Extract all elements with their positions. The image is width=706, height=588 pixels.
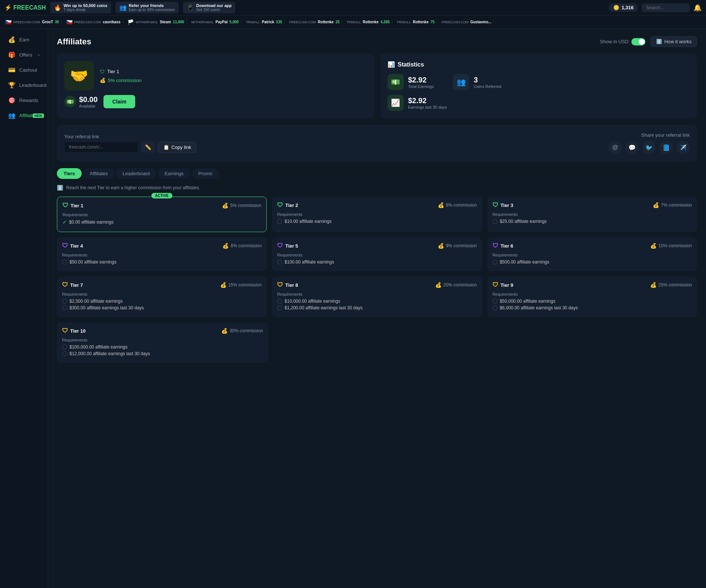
logo: ⚡ FREECASH xyxy=(4,4,46,11)
last30-row: 📈 $2.92 Earnings last 30 days xyxy=(388,95,690,111)
layout: 💰 Earn 🎁 Offers › 💳 Cashout 🏆 Leaderboar… xyxy=(0,29,706,588)
earn-icon: 💰 xyxy=(8,36,16,43)
stats-grid: 💵 $2.92 Total Earnings 👥 3 xyxy=(388,74,690,111)
share-twitter-button[interactable]: 🐦 xyxy=(642,141,656,154)
req-circle-icon xyxy=(62,299,67,304)
tier-card-7: 🛡 Tier 7 💰 15% commission Requirements $… xyxy=(57,276,267,317)
activity-item: FREECASH.COM Gustavmo... xyxy=(439,19,494,25)
tab-affiliates[interactable]: Affiliates xyxy=(83,168,115,179)
tier6-commission-icon: 💰 xyxy=(650,243,656,249)
tier2-badge-icon: 🛡 xyxy=(277,202,283,208)
amount-icon: 💵 xyxy=(64,96,76,108)
req-circle-icon xyxy=(277,259,282,265)
tier-card-2: 🛡 Tier 2 💰 6% commission Requirements $1… xyxy=(272,197,482,232)
tier2-commission-icon: 💰 xyxy=(438,202,444,208)
sidebar-item-rewards[interactable]: 🎯 Rewards xyxy=(2,93,45,108)
share-email-button[interactable]: @ xyxy=(608,141,622,154)
sidebar-item-cashout[interactable]: 💳 Cashout xyxy=(2,63,45,77)
tier1-commission-icon: 💰 xyxy=(222,203,228,208)
affiliate-graphic: 🤝 xyxy=(64,61,94,91)
edit-link-button[interactable]: ✏️ xyxy=(141,142,155,153)
tier-10-container: 🛡 Tier 10 💰 30% commission Requirements … xyxy=(57,322,268,363)
tier-card-6: 🛡 Tier 6 💰 10% commission Requirements $… xyxy=(487,237,697,271)
tab-tiers[interactable]: Tiers xyxy=(57,168,82,179)
affiliate-overview-card: 🤝 🛡 Tier 1 💰 5% commission xyxy=(57,54,374,118)
req-circle-icon xyxy=(277,305,282,310)
tier1-shield-icon: 🛡 xyxy=(100,69,105,75)
affiliate-bottom: 💵 $0.00 Available Claim xyxy=(64,95,367,108)
share-telegram-button[interactable]: ✈️ xyxy=(676,141,690,154)
promo-app[interactable]: 📱 Download our app Get 150 coins! xyxy=(183,2,235,13)
referral-link-input[interactable] xyxy=(64,142,138,153)
req-circle-icon xyxy=(62,344,67,350)
new-badge: NEW xyxy=(33,113,44,118)
claim-button[interactable]: Claim xyxy=(103,95,135,108)
wallet-icon: 💵 xyxy=(391,78,400,86)
referral-link-row: ✏️ 📋 Copy link xyxy=(64,142,197,153)
tier5-commission-icon: 💰 xyxy=(438,243,444,249)
copy-link-button[interactable]: 📋 Copy link xyxy=(158,142,197,153)
tier4-badge-icon: 🛡 xyxy=(62,242,68,249)
tiers-info-row: ℹ️ Reach the next Tier to earn a higher … xyxy=(57,185,697,191)
req-circle-icon xyxy=(492,219,498,224)
topbar-right: 🪙 1,316 🔔 xyxy=(609,3,702,12)
share-facebook-button[interactable]: 📘 xyxy=(659,141,673,154)
leaderboard-icon: 🏆 xyxy=(8,82,16,89)
tier7-commission-icon: 💰 xyxy=(220,282,226,288)
tier-card-8: 🛡 Tier 8 💰 20% commission Requirements $… xyxy=(272,276,482,317)
tier-card-5: 🛡 Tier 5 💰 9% commission Requirements $1… xyxy=(272,237,482,271)
promo-streak[interactable]: 🔥 Win up to 50,000 coins 7 days streak xyxy=(50,2,111,13)
tier10-badge-icon: 🛡 xyxy=(62,327,68,334)
statistics-card: 📊 Statistics 💵 $2.92 Total Earnings xyxy=(380,54,698,118)
tier7-badge-icon: 🛡 xyxy=(62,282,68,288)
tab-earnings[interactable]: Earnings xyxy=(158,168,190,179)
users-icon-box: 👥 xyxy=(453,74,469,90)
rewards-icon: 🎯 xyxy=(8,97,16,104)
total-earnings-row: 💵 $2.92 Total Earnings 👥 3 xyxy=(388,74,690,90)
last30-icon-box: 📈 xyxy=(388,95,404,111)
search-input[interactable] xyxy=(642,3,690,12)
tab-promo[interactable]: Promo xyxy=(192,168,219,179)
tiers-grid: ACTIVE 🛡 Tier 1 💰 5% commission Requirem… xyxy=(57,197,697,317)
promo-refer[interactable]: 👥 Refer your friends Earn up to 30% comm… xyxy=(116,2,179,13)
bell-icon[interactable]: 🔔 xyxy=(693,4,702,12)
sidebar-item-affiliates[interactable]: 👥 Affiliates NEW xyxy=(2,108,45,123)
share-icons: @ 💬 🐦 📘 ✈️ xyxy=(608,141,690,154)
share-whatsapp-button[interactable]: 💬 xyxy=(625,141,639,154)
tab-leaderboard[interactable]: Leaderboard xyxy=(116,168,157,179)
page-header: Affiliates Show in USD ℹ️ How it works xyxy=(57,36,697,47)
sidebar-item-leaderboard[interactable]: 🏆 Leaderboard xyxy=(2,78,45,92)
activity-item: TRIWALL Patrick 235 xyxy=(243,19,285,25)
tier-card-9: 🛡 Tier 9 💰 25% commission Requirements $… xyxy=(487,276,697,317)
req-circle-icon xyxy=(62,305,67,310)
tier6-badge-icon: 🛡 xyxy=(492,242,498,249)
chart-icon: 📊 xyxy=(388,61,395,68)
activity-item: FREECASH.COM Rottenke 25 xyxy=(287,19,342,25)
chevron-down-icon: › xyxy=(38,52,40,58)
available-amount: 💵 $0.00 Available xyxy=(64,95,98,108)
sidebar-item-offers[interactable]: 🎁 Offers › xyxy=(2,48,45,62)
header-right: Show in USD ℹ️ How it works xyxy=(600,36,697,47)
cashout-icon: 💳 xyxy=(8,67,16,74)
coins-display: 🪙 1,316 xyxy=(609,3,638,12)
referral-right: Share your referral link @ 💬 🐦 📘 ✈️ xyxy=(608,132,690,154)
how-it-works-button[interactable]: ℹ️ How it works xyxy=(651,36,697,47)
main-content: Affiliates Show in USD ℹ️ How it works 🤝 xyxy=(48,29,706,588)
commission-icon: 💰 xyxy=(100,78,106,83)
usd-toggle[interactable] xyxy=(631,38,645,45)
topbar: ⚡ FREECASH 🔥 Win up to 50,000 coins 7 da… xyxy=(0,0,706,16)
copy-icon: 📋 xyxy=(163,145,169,150)
stats-title: 📊 Statistics xyxy=(388,61,690,68)
tier1-badge-icon: 🛡 xyxy=(62,202,68,209)
tier8-commission-icon: 💰 xyxy=(435,282,441,288)
activity-item: 🇨🇿 FREECASH.COM GrooT 30 xyxy=(3,18,62,26)
phone-icon: 📱 xyxy=(187,4,194,11)
tier-card-4: 🛡 Tier 4 💰 8% commission Requirements $5… xyxy=(57,237,267,271)
tier9-badge-icon: 🛡 xyxy=(492,282,498,288)
tier-card-10: 🛡 Tier 10 💰 30% commission Requirements … xyxy=(57,322,268,363)
logo-icon: ⚡ xyxy=(4,4,12,11)
tier-badge: 🛡 Tier 1 xyxy=(100,69,141,75)
tier5-badge-icon: 🛡 xyxy=(277,242,283,249)
req-circle-icon xyxy=(62,351,67,356)
sidebar-item-earn[interactable]: 💰 Earn xyxy=(2,33,45,47)
